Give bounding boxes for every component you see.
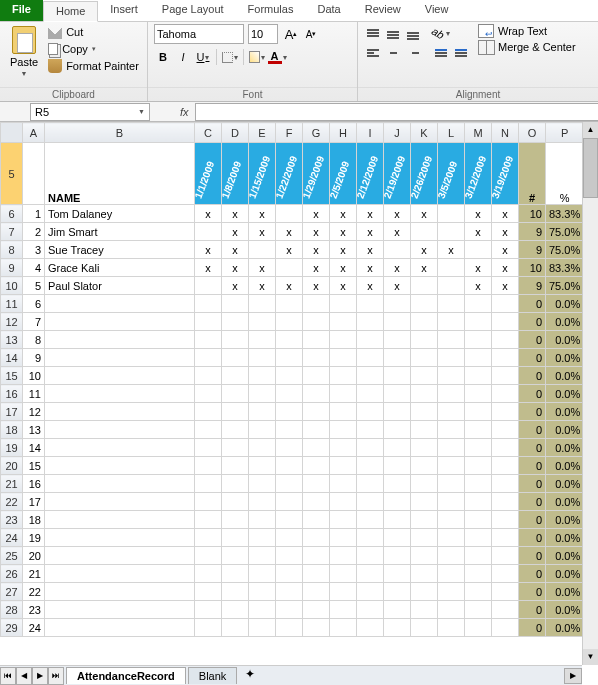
cell-mark[interactable]	[276, 421, 303, 439]
cell-mark[interactable]	[330, 367, 357, 385]
cell-mark[interactable]	[195, 331, 222, 349]
cell-count[interactable]: 0	[519, 493, 546, 511]
paste-button[interactable]: Paste ▼	[6, 24, 42, 79]
cell-mark[interactable]	[465, 331, 492, 349]
cell-percent[interactable]: 0.0%	[546, 601, 584, 619]
cell-mark[interactable]	[411, 349, 438, 367]
cell-mark[interactable]	[195, 601, 222, 619]
cell-mark[interactable]	[195, 511, 222, 529]
row-header-11[interactable]: 11	[1, 295, 23, 313]
cell-mark[interactable]	[492, 619, 519, 637]
cell-mark[interactable]	[384, 349, 411, 367]
cell-mark[interactable]: x	[465, 259, 492, 277]
format-painter-button[interactable]: Format Painter	[46, 58, 141, 74]
cell-name[interactable]	[45, 331, 195, 349]
cell-index[interactable]: 2	[23, 223, 45, 241]
cell-mark[interactable]: x	[492, 205, 519, 223]
cell-mark[interactable]	[276, 619, 303, 637]
cell-mark[interactable]	[276, 259, 303, 277]
cell-mark[interactable]	[330, 403, 357, 421]
col-header-O[interactable]: O	[519, 123, 546, 143]
cell-mark[interactable]	[222, 457, 249, 475]
cell-count[interactable]: 0	[519, 349, 546, 367]
cell-mark[interactable]	[384, 493, 411, 511]
cell-mark[interactable]	[249, 367, 276, 385]
cell-mark[interactable]: x	[195, 241, 222, 259]
cell-mark[interactable]	[249, 619, 276, 637]
cell-mark[interactable]	[357, 421, 384, 439]
cell-mark[interactable]: x	[438, 241, 465, 259]
cell-mark[interactable]	[330, 511, 357, 529]
scroll-up-button[interactable]: ▲	[583, 122, 598, 138]
cell-mark[interactable]	[492, 403, 519, 421]
cell-index[interactable]: 8	[23, 331, 45, 349]
cell-mark[interactable]	[249, 439, 276, 457]
cell-mark[interactable]	[330, 457, 357, 475]
cell-count[interactable]: 9	[519, 241, 546, 259]
cell-percent[interactable]: 75.0%	[546, 277, 584, 295]
col-header-C[interactable]: C	[195, 123, 222, 143]
date-header-5[interactable]: 2/5/2009	[330, 143, 357, 205]
cell-mark[interactable]: x	[303, 205, 330, 223]
cell-mark[interactable]	[222, 529, 249, 547]
cell-mark[interactable]	[303, 547, 330, 565]
cell-mark[interactable]	[276, 439, 303, 457]
cell-mark[interactable]	[249, 511, 276, 529]
cell-mark[interactable]	[492, 565, 519, 583]
col-header-P[interactable]: P	[546, 123, 584, 143]
cell-mark[interactable]	[438, 331, 465, 349]
cell-mark[interactable]	[303, 511, 330, 529]
cell-name[interactable]: Jim Smart	[45, 223, 195, 241]
cell-mark[interactable]	[411, 277, 438, 295]
cell-count[interactable]: 0	[519, 619, 546, 637]
cell-mark[interactable]	[330, 475, 357, 493]
cell-mark[interactable]	[330, 421, 357, 439]
date-header-11[interactable]: 3/19/2009	[492, 143, 519, 205]
cell-index[interactable]: 11	[23, 385, 45, 403]
cell-mark[interactable]	[330, 601, 357, 619]
cell-mark[interactable]: x	[330, 241, 357, 259]
col-header-F[interactable]: F	[276, 123, 303, 143]
col-header-G[interactable]: G	[303, 123, 330, 143]
row-header-5[interactable]: 5	[1, 143, 23, 205]
cell-name[interactable]	[45, 439, 195, 457]
cell-mark[interactable]	[195, 277, 222, 295]
cell-mark[interactable]	[411, 619, 438, 637]
cell-mark[interactable]	[195, 457, 222, 475]
col-header-I[interactable]: I	[357, 123, 384, 143]
font-size-select[interactable]	[248, 24, 278, 44]
row-header-13[interactable]: 13	[1, 331, 23, 349]
cell-mark[interactable]	[465, 421, 492, 439]
cell-mark[interactable]	[438, 547, 465, 565]
cell-mark[interactable]	[330, 619, 357, 637]
cell-index[interactable]: 10	[23, 367, 45, 385]
cell-mark[interactable]	[222, 295, 249, 313]
cell-mark[interactable]	[492, 511, 519, 529]
percent-header[interactable]: %	[546, 143, 584, 205]
cell-mark[interactable]	[195, 349, 222, 367]
cell-percent[interactable]: 0.0%	[546, 403, 584, 421]
cell-name[interactable]	[45, 313, 195, 331]
cell-mark[interactable]: x	[411, 241, 438, 259]
cell-mark[interactable]	[276, 475, 303, 493]
cell-mark[interactable]	[303, 493, 330, 511]
new-sheet-button[interactable]: ✦	[241, 667, 259, 685]
cell-mark[interactable]	[411, 511, 438, 529]
cell-mark[interactable]	[222, 331, 249, 349]
cell-mark[interactable]	[438, 475, 465, 493]
cell-mark[interactable]	[384, 511, 411, 529]
cell-mark[interactable]	[411, 403, 438, 421]
cell-mark[interactable]	[276, 367, 303, 385]
cell-mark[interactable]	[303, 313, 330, 331]
sheet-tab-blank[interactable]: Blank	[188, 667, 238, 684]
sheet-tab-attendance[interactable]: AttendanceRecord	[66, 667, 186, 684]
cell-mark[interactable]	[303, 385, 330, 403]
cell-mark[interactable]	[465, 619, 492, 637]
cell-mark[interactable]	[276, 385, 303, 403]
cell-mark[interactable]	[249, 295, 276, 313]
cell-mark[interactable]	[411, 295, 438, 313]
cell-name[interactable]	[45, 421, 195, 439]
cell-index[interactable]: 23	[23, 601, 45, 619]
cell-mark[interactable]	[438, 295, 465, 313]
cell-mark[interactable]	[195, 223, 222, 241]
